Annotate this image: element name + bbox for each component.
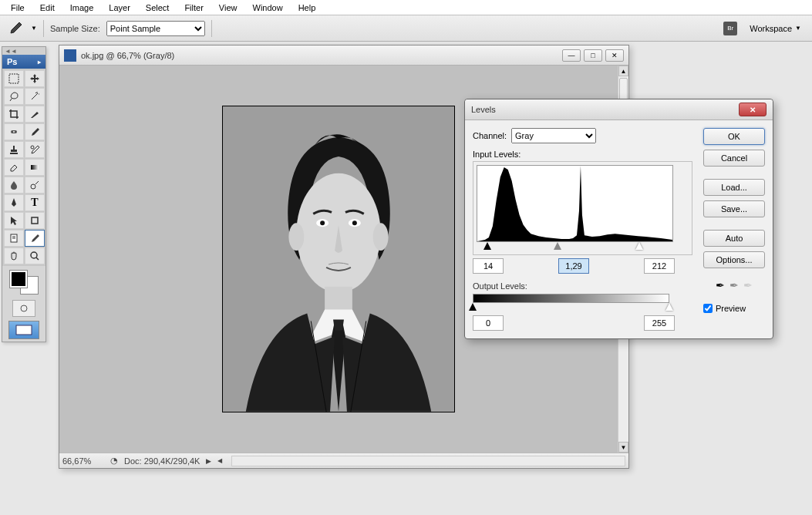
output-black-field[interactable]	[473, 315, 504, 331]
preview-checkbox[interactable]	[703, 304, 713, 313]
horizontal-scrollbar[interactable]	[231, 456, 625, 466]
screenmode-button[interactable]	[8, 321, 39, 339]
heal-tool[interactable]	[4, 123, 24, 140]
brush-tool[interactable]	[25, 123, 45, 140]
move-tool[interactable]	[25, 70, 45, 87]
scroll-up-icon[interactable]: ▲	[618, 66, 628, 76]
white-point-slider[interactable]	[635, 242, 643, 250]
output-gradient	[473, 294, 669, 303]
chevron-down-icon[interactable]: ▼	[31, 25, 37, 32]
shape-tool[interactable]	[25, 212, 45, 229]
toolbox: ◄◄ Ps ▸ T	[2, 46, 46, 342]
input-black-field[interactable]	[473, 258, 504, 274]
workspace-button[interactable]: Workspace ▼	[745, 22, 806, 35]
svg-point-13	[373, 223, 389, 251]
toolbox-collapse[interactable]: ◄◄	[2, 47, 45, 55]
hand-tool[interactable]	[4, 247, 24, 264]
options-button[interactable]: Options...	[703, 251, 765, 268]
sample-size-select[interactable]: Point Sample	[106, 21, 205, 36]
gamma-slider[interactable]	[554, 242, 561, 250]
svg-rect-5	[32, 217, 38, 224]
dodge-tool[interactable]	[25, 177, 45, 194]
separator	[43, 20, 44, 37]
dialog-close-button[interactable]: ✕	[739, 103, 767, 116]
load-button[interactable]: Load...	[703, 179, 765, 196]
zoom-level[interactable]: 66,67%	[62, 456, 104, 466]
gray-eyedropper-icon[interactable]: ✒	[729, 279, 739, 291]
document-titlebar[interactable]: ok.jpg @ 66,7% (Gray/8) — □ ✕	[59, 45, 628, 66]
menu-layer[interactable]: Layer	[101, 2, 138, 14]
channel-label: Channel:	[473, 131, 507, 140]
input-gamma-field[interactable]	[558, 258, 589, 274]
histogram-box	[473, 161, 692, 255]
pen-tool[interactable]	[4, 194, 24, 211]
cancel-button[interactable]: Cancel	[703, 150, 765, 167]
ok-button[interactable]: OK	[703, 128, 765, 145]
output-white-field[interactable]	[644, 315, 675, 331]
gradient-tool[interactable]	[25, 159, 45, 176]
chevron-right-icon[interactable]: ▶	[206, 457, 211, 465]
crop-tool[interactable]	[4, 106, 24, 123]
color-swatches[interactable]	[8, 269, 39, 295]
zoom-tool[interactable]	[25, 247, 45, 264]
svg-point-2	[31, 146, 34, 149]
document-title: ok.jpg @ 66,7% (Gray/8)	[81, 51, 558, 60]
chevron-down-icon: ▼	[795, 25, 801, 32]
menu-help[interactable]: Help	[291, 2, 324, 14]
input-levels-label: Input Levels:	[473, 150, 692, 159]
menu-file[interactable]: File	[3, 2, 32, 14]
options-bar: ▼ Sample Size: Point Sample Br Workspace…	[0, 15, 812, 42]
black-point-slider[interactable]	[483, 242, 491, 250]
wand-tool[interactable]	[25, 88, 45, 105]
minimize-button[interactable]: —	[562, 49, 581, 62]
type-tool[interactable]: T	[25, 194, 45, 211]
marquee-tool[interactable]	[4, 70, 24, 87]
separator	[211, 20, 212, 37]
svg-point-8	[21, 305, 27, 311]
workspace-label: Workspace	[750, 24, 792, 33]
doc-info: Doc: 290,4K/290,4K	[124, 456, 200, 466]
save-button[interactable]: Save...	[703, 200, 765, 217]
photo-content	[222, 106, 455, 412]
bridge-icon[interactable]: Br	[723, 22, 737, 35]
auto-button[interactable]: Auto	[703, 230, 765, 247]
output-white-slider[interactable]	[665, 303, 673, 311]
output-black-slider[interactable]	[469, 303, 477, 311]
output-levels-label: Output Levels:	[473, 281, 692, 291]
blur-tool[interactable]	[4, 177, 24, 194]
black-eyedropper-icon[interactable]: ✒	[716, 279, 725, 291]
path-select-tool[interactable]	[4, 212, 24, 229]
history-brush-tool[interactable]	[25, 141, 45, 158]
white-eyedropper-icon[interactable]: ✒	[743, 279, 753, 291]
app-logo: Ps	[7, 57, 17, 66]
foreground-color[interactable]	[10, 271, 27, 288]
menu-window[interactable]: Window	[245, 2, 291, 14]
lasso-tool[interactable]	[4, 88, 24, 105]
scroll-down-icon[interactable]: ▼	[618, 442, 628, 453]
slice-tool[interactable]	[25, 106, 45, 123]
input-sliders[interactable]	[477, 242, 673, 251]
stamp-tool[interactable]	[4, 141, 24, 158]
notes-tool[interactable]	[4, 230, 24, 247]
input-white-field[interactable]	[644, 258, 675, 274]
svg-rect-3	[31, 165, 39, 170]
levels-dialog: Levels ✕ Channel: Gray Input Levels:	[464, 99, 773, 339]
toolbox-menu-icon[interactable]: ▸	[38, 59, 41, 66]
output-sliders[interactable]	[473, 303, 669, 312]
maximize-button[interactable]: □	[584, 49, 602, 62]
eraser-tool[interactable]	[4, 159, 24, 176]
status-bar: 66,67% ◔ Doc: 290,4K/290,4K ▶ ◀	[59, 453, 628, 468]
quickmask-button[interactable]	[12, 300, 35, 317]
eyedropper-tool[interactable]	[25, 230, 45, 247]
menubar: File Edit Image Layer Select Filter View…	[0, 0, 812, 15]
dialog-titlebar[interactable]: Levels ✕	[465, 99, 773, 120]
menu-edit[interactable]: Edit	[32, 2, 62, 14]
menu-image[interactable]: Image	[62, 2, 102, 14]
menu-view[interactable]: View	[211, 2, 245, 14]
channel-select[interactable]: Gray	[511, 128, 596, 143]
close-button[interactable]: ✕	[605, 49, 624, 62]
menu-filter[interactable]: Filter	[177, 2, 211, 14]
hscroll-left-icon[interactable]: ◀	[217, 457, 222, 464]
menu-select[interactable]: Select	[138, 2, 177, 14]
status-icon[interactable]: ◔	[110, 456, 118, 466]
